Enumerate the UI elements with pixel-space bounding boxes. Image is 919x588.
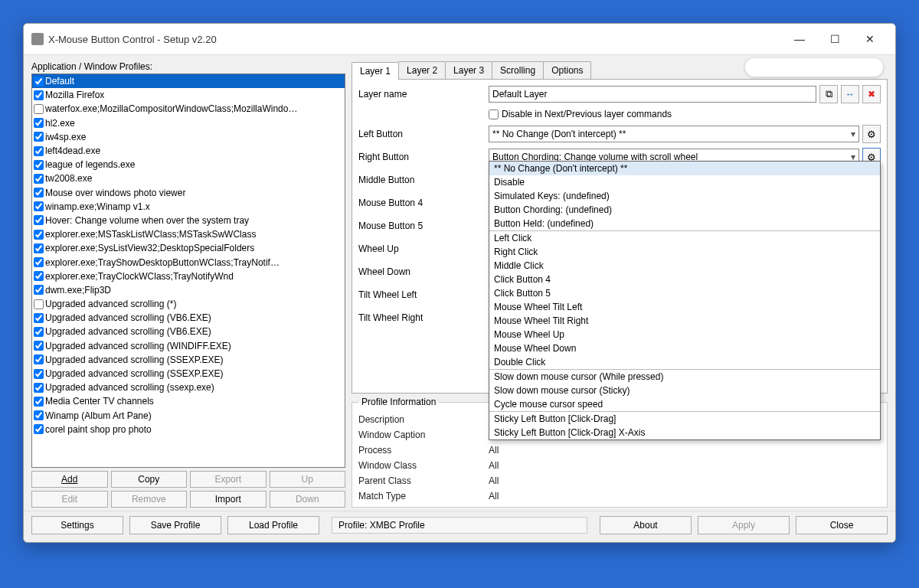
tab-layer-1[interactable]: Layer 1 [352, 62, 399, 80]
profile-item[interactable]: Upgraded advanced scrolling (SSEXP.EXE) [32, 367, 345, 381]
dropdown-option[interactable]: Sticky Left Button [Click-Drag] X-Axis [489, 426, 880, 439]
dropdown-option[interactable]: Button Chording: (undefined) [489, 203, 880, 217]
profile-item[interactable]: winamp.exe;Winamp v1.x [32, 200, 345, 214]
maximize-button[interactable]: ☐ [817, 28, 852, 50]
dropdown-option[interactable]: Mouse Wheel Tilt Right [489, 314, 880, 328]
profile-item[interactable]: Winamp (Album Art Pane) [32, 409, 345, 423]
profile-checkbox[interactable] [34, 397, 44, 407]
profile-checkbox[interactable] [34, 410, 44, 420]
profile-item[interactable]: dwm.exe;Flip3D [32, 283, 345, 297]
profile-checkbox[interactable] [34, 188, 44, 198]
close-window-button[interactable]: ✕ [852, 28, 888, 50]
profile-checkbox[interactable] [34, 313, 44, 323]
swap-layer-button[interactable] [841, 85, 859, 103]
profile-checkbox[interactable] [34, 299, 44, 309]
dropdown-option[interactable]: ** No Change (Don't intercept) ** [489, 162, 880, 175]
titlebar[interactable]: X-Mouse Button Control - Setup v2.20 — ☐… [24, 24, 895, 55]
dropdown-option[interactable]: Click Button 5 [489, 286, 880, 300]
profile-checkbox[interactable] [34, 215, 44, 225]
profile-checkbox[interactable] [34, 369, 44, 379]
profile-item[interactable]: iw4sp.exe [32, 130, 345, 144]
profile-label: explorer.exe;TrayShowDesktopButtonWClass… [45, 257, 280, 268]
dropdown-option[interactable]: Mouse Wheel Tilt Left [489, 300, 880, 314]
profile-item[interactable]: explorer.exe;SysListView32;DesktopSpecia… [32, 241, 345, 255]
tab-layer-3[interactable]: Layer 3 [445, 61, 492, 79]
profile-checkbox[interactable] [34, 327, 44, 337]
import-button[interactable]: Import [190, 491, 267, 508]
tab-scrolling[interactable]: Scrolling [492, 61, 544, 79]
profile-item[interactable]: Upgraded advanced scrolling (VB6.EXE) [32, 311, 345, 325]
dropdown-option[interactable]: Button Held: (undefined) [489, 217, 880, 230]
profile-item[interactable]: Upgraded advanced scrolling (VB6.EXE) [32, 325, 345, 338]
left-button-combo[interactable]: ** No Change (Don't intercept) ** [489, 126, 859, 142]
save-profile-button[interactable]: Save Profile [129, 516, 221, 534]
dropdown-option[interactable]: Slow down mouse cursor (Sticky) [489, 384, 880, 397]
profile-checkbox[interactable] [34, 146, 44, 156]
clear-layer-button[interactable] [862, 85, 881, 103]
disable-layer-checkbox[interactable] [489, 109, 499, 119]
tab-layer-2[interactable]: Layer 2 [398, 61, 446, 79]
load-profile-button[interactable]: Load Profile [227, 516, 319, 534]
profile-item[interactable]: waterfox.exe;MozillaCompositorWindowClas… [32, 102, 345, 116]
profile-item[interactable]: Mozilla Firefox [32, 88, 345, 102]
profile-checkbox[interactable] [34, 383, 44, 393]
dropdown-option[interactable]: Left Click [489, 231, 880, 245]
copy-button[interactable]: Copy [111, 471, 188, 488]
dropdown-option[interactable]: Mouse Wheel Down [489, 341, 880, 355]
dropdown-option[interactable]: Simulated Keys: (undefined) [489, 189, 880, 203]
dropdown-option[interactable]: Click Button 4 [489, 273, 880, 286]
add-button[interactable]: Add [31, 471, 108, 488]
dropdown-option[interactable]: Cycle mouse cursor speed [489, 397, 880, 411]
profile-item[interactable]: Upgraded advanced scrolling (ssexp.exe) [32, 381, 345, 394]
dropdown-option[interactable]: Slow down mouse cursor (While pressed) [489, 370, 880, 384]
profile-checkbox[interactable] [34, 174, 44, 184]
minimize-button[interactable]: — [782, 28, 817, 50]
profile-checkbox[interactable] [34, 77, 44, 87]
dropdown-option[interactable]: Sticky Left Button [Click-Drag] [489, 412, 880, 426]
profile-checkbox[interactable] [34, 160, 44, 170]
profile-checkbox[interactable] [34, 118, 44, 128]
profile-checkbox[interactable] [34, 132, 44, 142]
decorative-blob [745, 58, 883, 77]
profile-checkbox[interactable] [34, 354, 44, 364]
dropdown-option[interactable]: Right Click [489, 245, 880, 259]
tab-options[interactable]: Options [543, 61, 591, 79]
profile-checkbox[interactable] [34, 271, 44, 281]
profile-item[interactable]: explorer.exe;TrayShowDesktopButtonWClass… [32, 255, 345, 269]
left-button-gear[interactable] [862, 125, 881, 143]
middle-button-dropdown[interactable]: ** No Change (Don't intercept) **Disable… [489, 161, 881, 440]
profile-item[interactable]: Upgraded advanced scrolling (SSEXP.EXE) [32, 353, 345, 367]
close-button[interactable]: Close [796, 516, 888, 534]
dropdown-option[interactable]: Disable [489, 175, 880, 189]
profile-item[interactable]: Mouse over windows photo viewer [32, 186, 345, 200]
layer-name-input[interactable] [489, 86, 816, 103]
profile-item[interactable]: Upgraded advanced scrolling (*) [32, 297, 345, 311]
dropdown-option[interactable]: Double Click [489, 355, 880, 369]
profile-checkbox[interactable] [34, 285, 44, 295]
profile-item[interactable]: left4dead.exe [32, 144, 345, 158]
profiles-list[interactable]: DefaultMozilla Firefoxwaterfox.exe;Mozil… [31, 74, 345, 468]
profile-checkbox[interactable] [34, 257, 44, 267]
profile-checkbox[interactable] [34, 90, 44, 100]
profile-checkbox[interactable] [34, 243, 44, 253]
profile-item[interactable]: explorer.exe;TrayClockWClass;TrayNotifyW… [32, 270, 345, 283]
profile-checkbox[interactable] [34, 104, 44, 114]
profile-item[interactable]: league of legends.exe [32, 158, 345, 172]
profile-item[interactable]: hl2.exe [32, 116, 345, 130]
about-button[interactable]: About [600, 516, 692, 534]
profile-item[interactable]: Upgraded advanced scrolling (WINDIFF.EXE… [32, 339, 345, 353]
profile-item[interactable]: Default [32, 74, 345, 88]
profile-item[interactable]: corel paint shop pro photo [32, 423, 345, 436]
profile-checkbox[interactable] [34, 230, 44, 240]
profile-item[interactable]: Media Center TV channels [32, 394, 345, 408]
dropdown-option[interactable]: Middle Click [489, 259, 880, 273]
profile-item[interactable]: tw2008.exe [32, 172, 345, 185]
profile-checkbox[interactable] [34, 424, 44, 434]
dropdown-option[interactable]: Mouse Wheel Up [489, 328, 880, 341]
profile-item[interactable]: Hover: Change volume when over the syste… [32, 214, 345, 227]
profile-checkbox[interactable] [34, 341, 44, 351]
settings-button[interactable]: Settings [31, 516, 123, 534]
profile-checkbox[interactable] [34, 201, 44, 211]
copy-layer-button[interactable] [819, 85, 838, 103]
profile-item[interactable]: explorer.exe;MSTaskListWClass;MSTaskSwWC… [32, 227, 345, 241]
